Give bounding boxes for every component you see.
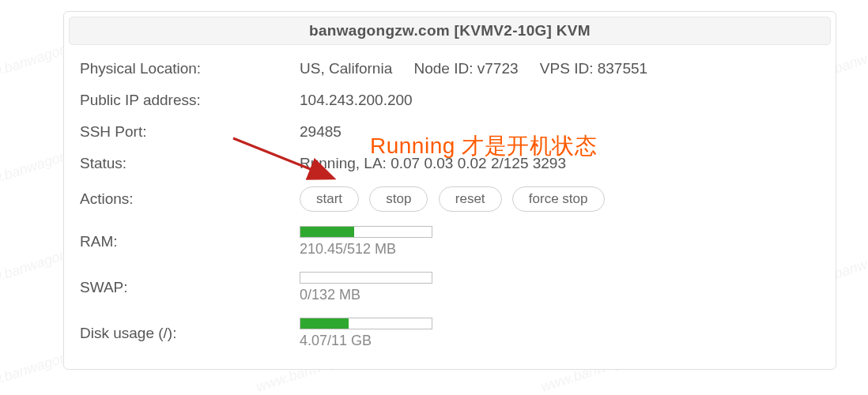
ram-bar bbox=[300, 226, 432, 238]
swap-label: SWAP: bbox=[80, 279, 300, 296]
annotation-text: Running 才是开机状态 bbox=[370, 131, 597, 161]
ram-text: 210.45/512 MB bbox=[300, 241, 820, 258]
swap-meter: 0/132 MB bbox=[300, 272, 820, 303]
ram-meter: 210.45/512 MB bbox=[300, 226, 820, 258]
row-ip: Public IP address: 104.243.200.200 bbox=[80, 85, 820, 116]
vps-id-value: 837551 bbox=[598, 60, 647, 77]
status-label: Status: bbox=[80, 155, 300, 172]
vps-panel: banwagongzw.com [KVMV2-10G] KVM Physical… bbox=[63, 11, 836, 370]
swap-bar bbox=[300, 272, 432, 284]
ip-label: Public IP address: bbox=[80, 92, 300, 109]
vps-id-label: VPS ID: bbox=[540, 60, 594, 77]
force-stop-button[interactable]: force stop bbox=[512, 186, 605, 212]
swap-value: 0/132 MB bbox=[300, 272, 820, 303]
stop-button[interactable]: stop bbox=[369, 186, 428, 212]
disk-label: Disk usage (/): bbox=[80, 325, 300, 342]
start-button[interactable]: start bbox=[300, 186, 359, 212]
disk-fill bbox=[300, 318, 349, 329]
disk-text: 4.07/11 GB bbox=[300, 333, 820, 349]
ram-label: RAM: bbox=[80, 233, 300, 250]
node-id-value: v7723 bbox=[477, 60, 519, 77]
row-swap: SWAP: 0/132 MB bbox=[80, 265, 820, 310]
swap-text: 0/132 MB bbox=[300, 287, 820, 303]
disk-meter: 4.07/11 GB bbox=[300, 318, 820, 349]
row-ram: RAM: 210.45/512 MB bbox=[80, 219, 820, 265]
row-actions: Actions: start stop reset force stop bbox=[80, 179, 820, 219]
ram-fill bbox=[300, 227, 354, 237]
reset-button[interactable]: reset bbox=[439, 186, 502, 212]
ssh-label: SSH Port: bbox=[80, 123, 300, 141]
disk-bar bbox=[300, 318, 432, 329]
row-disk: Disk usage (/): 4.07/11 GB bbox=[80, 310, 820, 356]
actions-buttons: start stop reset force stop bbox=[300, 186, 820, 212]
location-label: Physical Location: bbox=[80, 60, 300, 77]
panel-body: Physical Location: US, California Node I… bbox=[64, 50, 836, 369]
ram-value: 210.45/512 MB bbox=[300, 226, 820, 258]
row-location: Physical Location: US, California Node I… bbox=[80, 53, 820, 85]
disk-value: 4.07/11 GB bbox=[300, 318, 820, 349]
actions-label: Actions: bbox=[80, 190, 300, 208]
ip-value: 104.243.200.200 bbox=[300, 92, 820, 109]
panel-title: banwagongzw.com [KVMV2-10G] KVM bbox=[69, 17, 831, 45]
node-id-label: Node ID: bbox=[414, 60, 474, 77]
location-text: US, California bbox=[300, 60, 392, 77]
location-value: US, California Node ID: v7723 VPS ID: 83… bbox=[300, 60, 820, 77]
